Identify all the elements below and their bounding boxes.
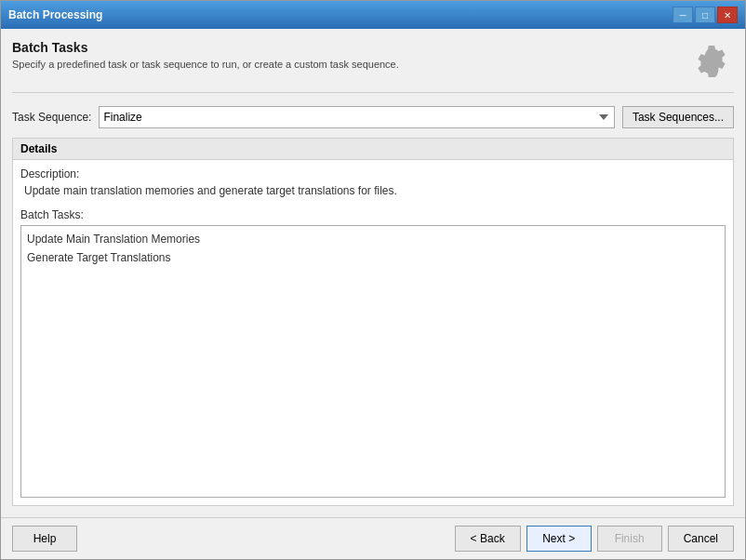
batch-tasks-list: Update Main Translation Memories Generat… [20, 225, 726, 498]
finish-button[interactable]: Finish [597, 526, 662, 552]
description-text: Update main translation memories and gen… [20, 184, 726, 197]
footer-right: < Back Next > Finish Cancel [455, 526, 734, 552]
gear-icon [689, 40, 734, 85]
batch-tasks-label: Batch Tasks: [20, 208, 726, 221]
restore-button[interactable]: □ [695, 7, 715, 23]
window-title: Batch Processing [8, 8, 102, 21]
close-button[interactable]: ✕ [717, 7, 738, 23]
page-subtitle: Specify a predefined task or task sequen… [12, 59, 399, 70]
details-inner: Description: Update main translation mem… [13, 160, 733, 505]
main-window: Batch Processing ─ □ ✕ Batch Tasks Speci… [0, 0, 746, 560]
task-sequence-row: Task Sequence: Finalize Prepare Translat… [12, 106, 734, 128]
title-bar: Batch Processing ─ □ ✕ [1, 1, 745, 29]
details-section: Details Description: Update main transla… [12, 138, 734, 506]
task-sequence-select[interactable]: Finalize Prepare Translate Review [99, 106, 615, 128]
next-button[interactable]: Next > [526, 526, 592, 552]
list-item: Update Main Translation Memories [25, 230, 721, 248]
window-controls: ─ □ ✕ [673, 7, 738, 23]
header-text: Batch Tasks Specify a predefined task or… [12, 40, 399, 70]
page-title: Batch Tasks [12, 40, 399, 55]
list-item: Generate Target Translations [25, 248, 721, 267]
cancel-button[interactable]: Cancel [668, 526, 734, 552]
content-area: Batch Tasks Specify a predefined task or… [1, 29, 745, 517]
details-header: Details [13, 139, 733, 160]
back-button[interactable]: < Back [455, 526, 521, 552]
footer: Help < Back Next > Finish Cancel [1, 517, 745, 559]
help-button[interactable]: Help [12, 526, 77, 552]
header-section: Batch Tasks Specify a predefined task or… [12, 40, 734, 93]
description-label: Description: [20, 167, 726, 180]
minimize-button[interactable]: ─ [673, 7, 693, 23]
task-sequence-label: Task Sequence: [12, 111, 91, 124]
footer-left: Help [12, 526, 77, 552]
task-sequences-button[interactable]: Task Sequences... [622, 106, 734, 128]
